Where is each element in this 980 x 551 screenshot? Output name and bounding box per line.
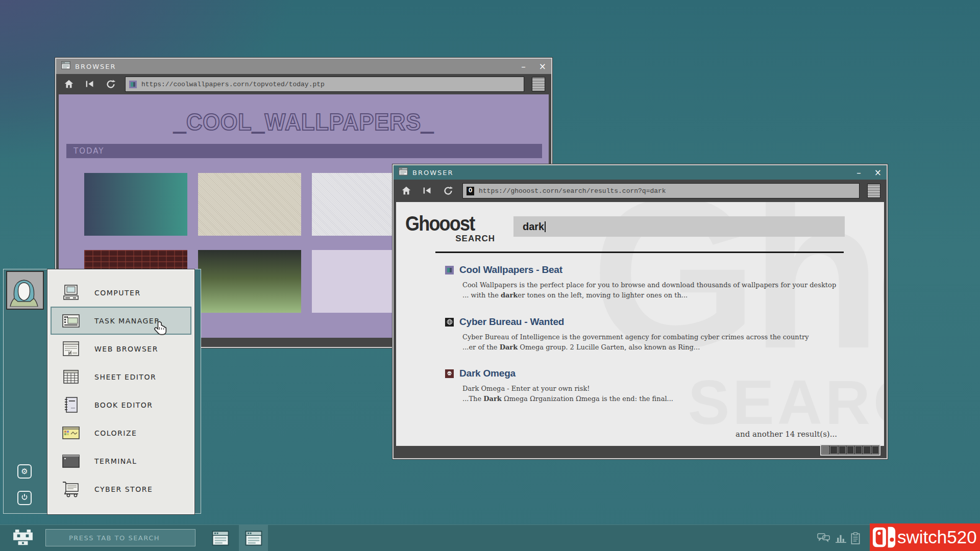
user-avatar[interactable] [6, 271, 44, 310]
section-label: TODAY [66, 146, 105, 156]
divider [435, 252, 844, 253]
wallpaper-thumbnail-green-gradient[interactable] [198, 250, 301, 313]
search-query: dark [523, 221, 544, 233]
menu-item-sheet-editor[interactable]: SHEET EDITOR [52, 363, 190, 391]
watermark-text: switch520 [897, 527, 977, 547]
task-manager-icon [61, 312, 81, 330]
favicon-coolwallpapers [129, 81, 137, 88]
home-button[interactable] [62, 78, 76, 91]
browser-toolbar: https://coolwallpapers.corn/topvoted/tod… [56, 74, 551, 94]
window-browser-search: BROWSER – × O https://ghooost.corn/searc… [393, 164, 888, 459]
menu-item-book-editor[interactable]: BOOK EDITOR [52, 391, 190, 419]
back-button[interactable] [421, 184, 434, 197]
bookmarks-button[interactable] [532, 77, 545, 91]
power-icon [21, 493, 28, 503]
search-result-3: Dark Omega Dark Omega - Enter at your ow… [445, 368, 673, 404]
refresh-button[interactable] [442, 184, 455, 197]
computer-icon [61, 284, 81, 302]
cursor-pointer [153, 320, 169, 338]
colorize-icon [61, 424, 81, 442]
taskbar: PRESS TAB TO SEARCH [0, 524, 980, 551]
switch-logo-icon [872, 525, 896, 549]
result-snippet: Cool Wallpapers is the perfect place for… [462, 280, 836, 300]
web-browser-icon [61, 340, 81, 358]
search-placeholder: PRESS TAB TO SEARCH [46, 534, 160, 542]
desktop: BROWSER – × https://coolwallpapers.corn/… [0, 0, 980, 551]
page-title: _COOL_WALLPAPERS_ [78, 94, 529, 136]
result-link[interactable]: Cool Wallpapers - Beat [459, 264, 562, 276]
refresh-button[interactable] [104, 78, 117, 91]
search-watermark: SEARCH [688, 371, 887, 434]
titlebar-wallpapers[interactable]: BROWSER – × [56, 59, 551, 74]
minimize-button[interactable]: – [521, 62, 526, 71]
search-input[interactable]: dark [513, 216, 845, 237]
menu-item-colorize[interactable]: COLORIZE [52, 419, 190, 447]
menu-item-task-manager[interactable]: TASK MANAGER [51, 307, 191, 335]
start-menu-panel: COMPUTER TASK MANAGER WEB BROWSER SHEET … [47, 269, 194, 514]
bookmarks-button[interactable] [867, 184, 880, 198]
url-text: https://ghooost.corn/search/results.corn… [479, 187, 666, 195]
cyber-store-icon [61, 481, 81, 498]
home-button[interactable] [400, 184, 413, 197]
search-result-2: Cyber Bureau - Wanted Cyber Bureau of In… [445, 316, 808, 353]
wallpaper-thumbnail-beige-noise[interactable] [198, 173, 301, 236]
logo-text: Ghooost [405, 213, 486, 234]
taskbar-item-browser-wallpapers[interactable] [209, 525, 232, 551]
taskbar-item-browser-search-active[interactable] [239, 525, 268, 551]
logo-subtext: SEARCH [405, 234, 495, 244]
horizontal-scrollbar[interactable] [820, 444, 880, 456]
start-button[interactable] [13, 530, 33, 547]
window-title: BROWSER [75, 63, 116, 70]
wallpaper-thumbnail-teal-gradient[interactable] [84, 173, 187, 236]
messages-icon[interactable] [817, 532, 830, 543]
start-menu: ⚙ COMPUTER TASK MANAGER WEB BRO [3, 269, 201, 514]
browser-window-icon [399, 167, 408, 178]
more-results-note: and another 14 result(s)... [736, 430, 837, 439]
result-link[interactable]: Cyber Bureau - Wanted [459, 316, 564, 328]
favicon-ghooost: O [467, 187, 474, 195]
sheet-editor-icon [61, 368, 81, 386]
menu-item-web-browser[interactable]: WEB BROWSER [52, 335, 190, 363]
result-snippet: Cyber Bureau of Intelligence is the gove… [462, 332, 808, 353]
browser-toolbar: O https://ghooost.corn/search/results.co… [394, 180, 887, 202]
result-link[interactable]: Dark Omega [459, 368, 516, 379]
taskbar-search[interactable]: PRESS TAB TO SEARCH [45, 529, 195, 546]
url-bar[interactable]: O https://ghooost.corn/search/results.co… [462, 183, 860, 198]
search-results-page: Ghooost SEARCH Ghooost SEARCH dark Cool … [394, 202, 887, 458]
ghooost-logo: Ghooost SEARCH [405, 213, 495, 244]
clipboard-icon[interactable] [850, 532, 864, 543]
result-favicon-dark-omega [445, 369, 454, 378]
result-favicon-coolwallpapers [445, 266, 454, 274]
terminal-icon [61, 453, 81, 470]
book-editor-icon [61, 396, 81, 414]
result-favicon-cyber-bureau [445, 318, 454, 327]
search-result-1: Cool Wallpapers - Beat Cool Wallpapers i… [445, 264, 836, 300]
switch520-watermark: switch520 [870, 523, 980, 551]
power-button[interactable] [17, 491, 32, 505]
url-bar[interactable]: https://coolwallpapers.corn/topvoted/tod… [125, 77, 524, 92]
today-section-bar: TODAY [66, 144, 542, 158]
stats-icon[interactable] [835, 532, 848, 543]
gear-icon: ⚙ [21, 467, 28, 476]
result-snippet: Dark Omega - Enter at your own risk! ...… [462, 384, 673, 404]
browser-window-icon [61, 61, 70, 71]
menu-item-terminal[interactable]: TERMINAL [52, 447, 190, 475]
window-title: BROWSER [412, 169, 454, 177]
back-button[interactable] [83, 78, 96, 91]
titlebar-search[interactable]: BROWSER – × [394, 165, 887, 180]
text-caret [545, 221, 546, 232]
settings-button[interactable]: ⚙ [17, 464, 32, 479]
close-button[interactable]: × [874, 168, 881, 177]
minimize-button[interactable]: – [856, 168, 861, 177]
url-text: https://coolwallpapers.corn/topvoted/tod… [141, 81, 325, 88]
menu-item-cyber-store[interactable]: CYBER STORE [52, 475, 190, 503]
close-button[interactable]: × [539, 62, 546, 71]
menu-item-computer[interactable]: COMPUTER [52, 279, 190, 307]
